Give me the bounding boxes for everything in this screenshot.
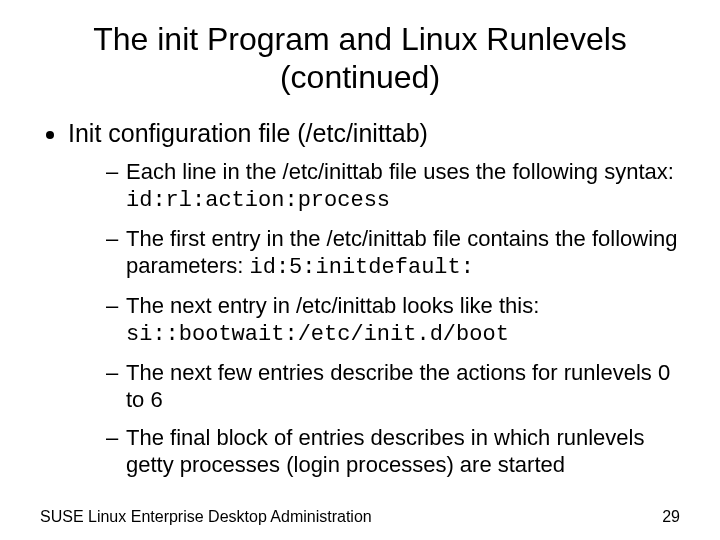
bullet-list-level1: Init configuration file (/etc/inittab) E…	[40, 119, 680, 489]
list-item: Each line in the /etc/inittab file uses …	[106, 158, 680, 215]
list-item: The next entry in /etc/inittab looks lik…	[106, 292, 680, 349]
bullet-text: Init configuration file (/etc/inittab)	[68, 119, 428, 147]
slide: The init Program and Linux Runlevels (co…	[0, 0, 720, 540]
list-item: The first entry in the /etc/inittab file…	[106, 225, 680, 282]
bullet-list-level2: Each line in the /etc/inittab file uses …	[68, 158, 680, 479]
page-number: 29	[662, 508, 680, 526]
list-item: Init configuration file (/etc/inittab) E…	[68, 119, 680, 479]
title-line-2: (continued)	[280, 59, 440, 95]
code-text: si::bootwait:/etc/init.d/boot	[126, 322, 509, 347]
list-item: The next few entries describe the action…	[106, 359, 680, 414]
sub-text: The final block of entries describes in …	[126, 425, 644, 478]
sub-text: The next entry in /etc/inittab looks lik…	[126, 293, 539, 318]
sub-text: The next few entries describe the action…	[126, 360, 670, 413]
footer-left: SUSE Linux Enterprise Desktop Administra…	[40, 508, 372, 526]
code-text: id:rl:action:process	[126, 188, 390, 213]
title-line-1: The init Program and Linux Runlevels	[93, 21, 627, 57]
sub-text: Each line in the /etc/inittab file uses …	[126, 159, 674, 184]
slide-footer: SUSE Linux Enterprise Desktop Administra…	[40, 508, 680, 526]
code-text: id:5:initdefault:	[250, 255, 474, 280]
slide-title: The init Program and Linux Runlevels (co…	[40, 20, 680, 97]
list-item: The final block of entries describes in …	[106, 424, 680, 479]
